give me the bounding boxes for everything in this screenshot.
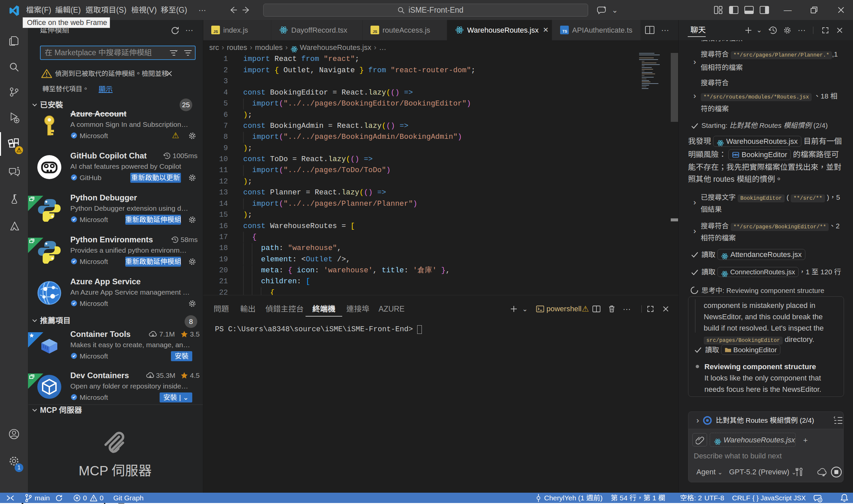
svg-text:TS: TS [562, 29, 567, 33]
svg-text:JS: JS [373, 30, 377, 34]
svg-text:JS: JS [213, 30, 218, 34]
